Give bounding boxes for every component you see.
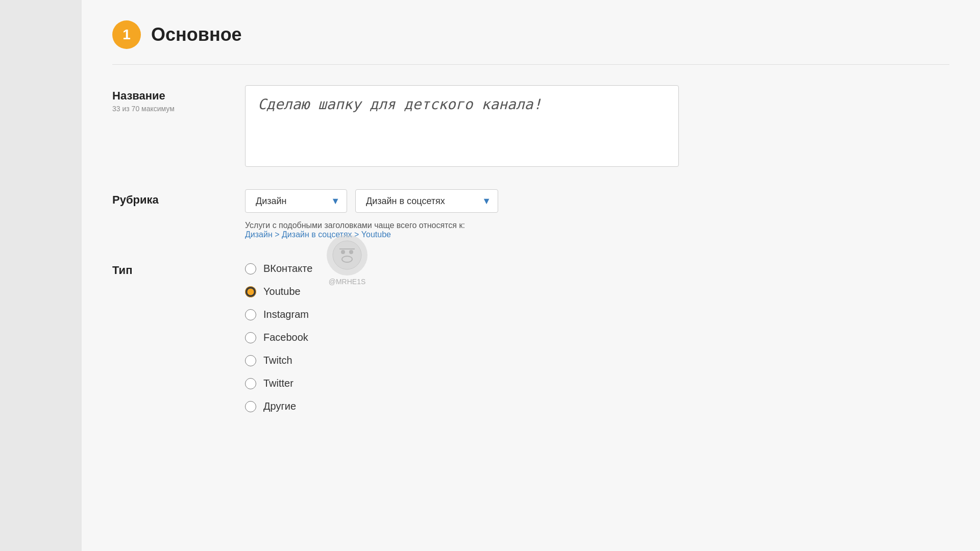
name-label: Название xyxy=(112,89,245,103)
radio-input-vk[interactable] xyxy=(245,263,256,274)
name-label-col: Название 33 из 70 максимум xyxy=(112,85,245,113)
radio-label-other: Другие xyxy=(263,400,296,412)
suggestion-area: Услуги с подобными заголовками чаще всег… xyxy=(245,221,949,239)
type-field-col: ВКонтактеYoutubeInstagramFacebookTwitchT… xyxy=(245,260,949,412)
radio-label-youtube: Youtube xyxy=(263,286,301,297)
section-header: 1 Основное xyxy=(112,20,949,49)
radio-option-vk[interactable]: ВКонтакте xyxy=(245,263,949,274)
sidebar xyxy=(0,0,82,551)
radio-label-twitch: Twitch xyxy=(263,355,292,366)
name-field-col xyxy=(245,85,949,169)
radio-option-instagram[interactable]: Instagram xyxy=(245,309,949,320)
radio-option-facebook[interactable]: Facebook xyxy=(245,332,949,343)
radio-label-instagram: Instagram xyxy=(263,309,309,320)
rubrika-field-col: Дизайн ▼ Дизайн в соцсетях ▼ Услуги с по… xyxy=(245,189,949,239)
radio-label-facebook: Facebook xyxy=(263,332,308,343)
rubrika-row: Рубрика Дизайн ▼ Дизайн в соцсетях ▼ xyxy=(112,189,949,239)
radio-option-other[interactable]: Другие xyxy=(245,400,949,412)
section-title: Основное xyxy=(151,24,242,45)
name-row: Название 33 из 70 максимум xyxy=(112,85,949,169)
step-number: 1 xyxy=(122,27,131,43)
radio-label-twitter: Twitter xyxy=(263,378,293,389)
step-circle: 1 xyxy=(112,20,141,49)
page-wrapper: 1 Основное Название 33 из 70 максимум Ру… xyxy=(0,0,980,551)
radio-input-instagram[interactable] xyxy=(245,309,256,320)
rubrika-label-col: Рубрика xyxy=(112,189,245,207)
radio-input-youtube[interactable] xyxy=(245,286,256,297)
radio-option-youtube[interactable]: Youtube xyxy=(245,286,949,297)
type-row: Тип ВКонтактеYoutubeInstagramFacebookTwi… xyxy=(112,260,949,412)
radio-input-twitter[interactable] xyxy=(245,378,256,389)
section-divider xyxy=(112,64,949,65)
rubrika-dropdown2[interactable]: Дизайн в соцсетях xyxy=(355,189,498,213)
radio-label-vk: ВКонтакте xyxy=(263,263,312,274)
suggestion-prefix: Услуги с подобными заголовками чаще всег… xyxy=(245,221,465,230)
main-content: 1 Основное Название 33 из 70 максимум Ру… xyxy=(82,0,980,551)
radio-option-twitch[interactable]: Twitch xyxy=(245,355,949,366)
type-label-col: Тип xyxy=(112,260,245,277)
radio-input-twitch[interactable] xyxy=(245,355,256,366)
rubrika-label: Рубрика xyxy=(112,193,245,207)
rubrika-dropdown1[interactable]: Дизайн xyxy=(245,189,347,213)
dropdown2-wrapper: Дизайн в соцсетях ▼ xyxy=(355,189,498,213)
dropdown1-wrapper: Дизайн ▼ xyxy=(245,189,347,213)
type-label: Тип xyxy=(112,264,245,277)
title-textarea[interactable] xyxy=(245,85,679,167)
type-options: ВКонтактеYoutubeInstagramFacebookTwitchT… xyxy=(245,263,949,412)
suggestion-link[interactable]: Дизайн > Дизайн в соцсетях > Youtube xyxy=(245,230,391,239)
radio-input-facebook[interactable] xyxy=(245,332,256,343)
radio-option-twitter[interactable]: Twitter xyxy=(245,378,949,389)
name-sublabel: 33 из 70 максимум xyxy=(112,105,245,113)
radio-input-other[interactable] xyxy=(245,401,256,412)
rubrika-dropdowns: Дизайн ▼ Дизайн в соцсетях ▼ xyxy=(245,189,949,213)
